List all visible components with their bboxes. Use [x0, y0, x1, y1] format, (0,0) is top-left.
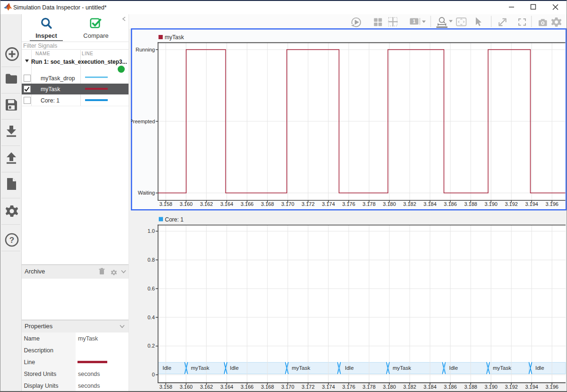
svg-text:Preempted: Preempted [131, 119, 155, 124]
svg-text:0.8: 0.8 [147, 257, 155, 263]
svg-text:Idle: Idle [163, 365, 172, 371]
svg-text:3.178: 3.178 [362, 384, 376, 390]
svg-text:0.2: 0.2 [147, 343, 155, 349]
svg-text:3.164: 3.164 [220, 201, 233, 207]
svg-text:Idle: Idle [535, 365, 544, 371]
svg-text:myTask: myTask [393, 365, 411, 371]
svg-text:3.184: 3.184 [423, 384, 437, 390]
svg-text:Core: 1: Core: 1 [165, 216, 184, 223]
svg-text:1: 1 [413, 19, 416, 24]
svg-text:3.180: 3.180 [383, 384, 396, 390]
svg-text:Waiting: Waiting [138, 190, 155, 196]
svg-text:3.170: 3.170 [281, 384, 294, 390]
svg-text:3.168: 3.168 [261, 201, 274, 207]
svg-text:3.182: 3.182 [403, 201, 416, 207]
svg-text:1.0: 1.0 [147, 228, 155, 234]
svg-text:3.190: 3.190 [484, 384, 498, 390]
svg-text:3.180: 3.180 [383, 201, 396, 207]
svg-text:3.196: 3.196 [545, 384, 558, 390]
svg-text:3.196: 3.196 [545, 201, 558, 207]
svg-text:3.192: 3.192 [505, 384, 518, 390]
svg-text:3.176: 3.176 [342, 384, 355, 390]
svg-text:3.166: 3.166 [241, 384, 254, 390]
svg-text:3.174: 3.174 [322, 384, 335, 390]
svg-text:myTask: myTask [191, 365, 209, 371]
svg-text:3.162: 3.162 [200, 384, 213, 390]
svg-text:3.188: 3.188 [464, 201, 477, 207]
svg-text:3.194: 3.194 [525, 201, 538, 207]
svg-text:3.192: 3.192 [505, 201, 518, 207]
svg-text:Idle: Idle [230, 365, 239, 371]
svg-text:Running: Running [136, 47, 155, 52]
svg-text:3.162: 3.162 [200, 201, 213, 207]
svg-text:3.170: 3.170 [281, 201, 294, 207]
svg-text:3.172: 3.172 [301, 384, 315, 390]
svg-text:3.160: 3.160 [180, 384, 193, 390]
svg-text:3.160: 3.160 [180, 201, 193, 207]
svg-text:3.186: 3.186 [444, 201, 457, 207]
svg-text:0: 0 [152, 372, 155, 377]
svg-text:3.184: 3.184 [423, 201, 437, 207]
svg-text:3.164: 3.164 [220, 384, 233, 390]
svg-text:3.158: 3.158 [159, 201, 172, 207]
svg-text:0.6: 0.6 [147, 286, 155, 291]
svg-text:0.4: 0.4 [147, 315, 155, 320]
svg-text:myTask: myTask [493, 365, 511, 371]
svg-text:3.174: 3.174 [322, 201, 335, 207]
svg-text:myTask: myTask [165, 34, 185, 41]
svg-text:3.166: 3.166 [241, 201, 254, 207]
svg-text:3.178: 3.178 [362, 201, 376, 207]
svg-text:3.158: 3.158 [159, 384, 172, 390]
svg-text:3.172: 3.172 [301, 201, 315, 207]
svg-text:3.188: 3.188 [464, 384, 477, 390]
svg-text:3.182: 3.182 [403, 384, 416, 390]
svg-text:Idle: Idle [345, 365, 354, 371]
svg-text:Idle: Idle [449, 365, 458, 371]
svg-text:3.168: 3.168 [261, 384, 274, 390]
svg-text:?: ? [9, 236, 14, 245]
svg-text:myTask: myTask [292, 365, 310, 371]
svg-text:3.176: 3.176 [342, 201, 355, 207]
svg-text:3.186: 3.186 [444, 384, 457, 390]
svg-text:3.194: 3.194 [525, 384, 538, 390]
svg-text:3.190: 3.190 [484, 201, 498, 207]
